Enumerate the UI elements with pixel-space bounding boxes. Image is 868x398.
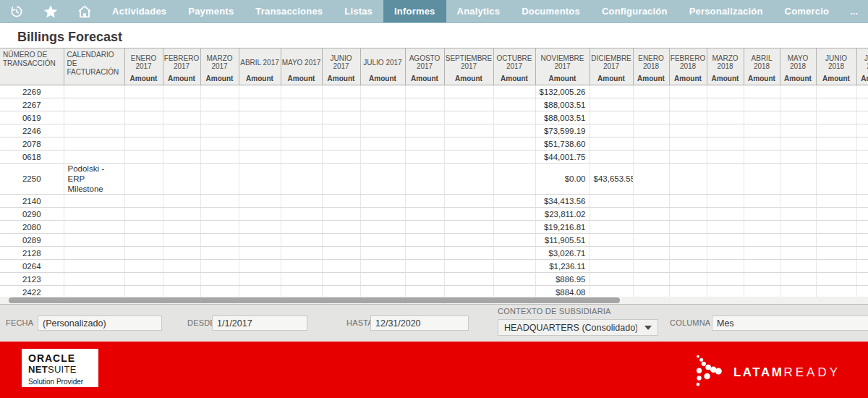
transaction-number-cell[interactable]: 2078 [0, 137, 64, 151]
billing-schedule-cell [64, 98, 124, 111]
amount-cell [780, 221, 816, 234]
amount-cell [493, 124, 535, 137]
nav-item-personalizacion[interactable]: Personalización [678, 0, 774, 22]
amount-cell [816, 260, 856, 273]
amount-cell [856, 137, 868, 151]
amount-cell [780, 164, 816, 195]
scrollbar-thumb[interactable] [9, 297, 620, 303]
amount-cell [124, 98, 163, 111]
amount-cell [405, 247, 444, 260]
transaction-number-cell[interactable]: 2080 [0, 221, 64, 234]
nav-item-actividades[interactable]: Actividades [101, 0, 177, 22]
amount-cell [493, 273, 535, 286]
amount-cell [633, 85, 669, 98]
amount-cell [200, 260, 239, 273]
nav-item-documentos[interactable]: Documentos [511, 0, 591, 22]
amount-cell [405, 137, 444, 151]
nav-item-transacciones[interactable]: Transacciones [244, 0, 333, 22]
amount-cell [707, 208, 744, 221]
transaction-number-cell[interactable]: 2250 [0, 164, 64, 195]
amount-cell [163, 221, 200, 234]
amount-cell [590, 137, 633, 151]
nav-item-configuracion[interactable]: Configuración [591, 0, 678, 22]
amount-cell [405, 151, 444, 164]
latamready-wordmark: LATAMREADY [733, 365, 841, 380]
transaction-number-cell[interactable]: 0619 [0, 111, 64, 124]
amount-cell [360, 247, 405, 260]
amount-cell [200, 124, 239, 137]
transaction-number-cell[interactable]: 0289 [0, 234, 64, 247]
amount-cell [633, 286, 669, 297]
amount-cell [200, 234, 239, 247]
transaction-number-cell[interactable]: 2267 [0, 98, 64, 111]
amount-cell [163, 137, 200, 151]
favorites-button[interactable] [34, 0, 68, 22]
amount-cell [707, 85, 744, 98]
amount-cell [669, 260, 707, 273]
amount-cell [239, 234, 281, 247]
columna-input[interactable] [712, 316, 868, 331]
amount-cell [856, 98, 868, 111]
transaction-number-cell[interactable]: 2140 [0, 195, 64, 208]
amount-cell [239, 111, 281, 124]
nav-item-listas[interactable]: Listas [333, 0, 383, 22]
transaction-number-cell[interactable]: 0618 [0, 151, 64, 164]
amount-cell [444, 98, 493, 111]
amount-cell [856, 164, 868, 195]
amount-cell [493, 208, 535, 221]
billing-schedule-cell [64, 137, 124, 151]
amount-cell [816, 164, 856, 195]
amount-cell [200, 208, 239, 221]
home-button[interactable] [67, 0, 101, 22]
amount-cell [281, 208, 322, 221]
nav-item-comercio[interactable]: Comercio [774, 0, 841, 22]
favorites-icon [43, 4, 59, 20]
app-window: ActividadesPaymentsTransaccionesListasIn… [0, 0, 868, 398]
amount-cell [856, 221, 868, 234]
amount-cell [124, 111, 163, 124]
nav-item-payments[interactable]: Payments [177, 0, 244, 22]
amount-cell [239, 260, 281, 273]
transaction-number-cell[interactable]: 2128 [0, 247, 64, 260]
nav-item-analytics[interactable]: Analytics [446, 0, 511, 22]
amount-cell [590, 195, 633, 208]
transaction-number-cell[interactable]: 2422 [0, 286, 64, 297]
amount-cell [707, 111, 744, 124]
amount-cell [405, 98, 444, 111]
hasta-input[interactable] [370, 316, 469, 331]
amount-cell [360, 208, 405, 221]
home-icon [77, 4, 93, 20]
amount-cell [816, 195, 856, 208]
column-header-julio-2018: JULIO 2018Amount [856, 48, 868, 85]
amount-cell [669, 137, 707, 151]
amount-cell [744, 195, 780, 208]
horizontal-scrollbar[interactable] [0, 297, 868, 304]
amount-cell [200, 195, 239, 208]
amount-cell [590, 221, 633, 234]
column-header-enero-2018: ENERO 2018Amount [633, 48, 669, 85]
transaction-number-cell[interactable]: 0264 [0, 260, 64, 273]
nav-overflow-button[interactable]: ... [840, 0, 868, 22]
transaction-number-cell[interactable]: 2123 [0, 273, 64, 286]
amount-cell [322, 124, 360, 137]
transaction-number-cell[interactable]: 0290 [0, 208, 64, 221]
amount-cell [744, 260, 780, 273]
nav-item-informes[interactable]: Informes [383, 0, 446, 22]
amount-cell [281, 151, 322, 164]
amount-cell [163, 195, 200, 208]
desde-input[interactable] [212, 316, 307, 331]
fecha-input[interactable] [38, 316, 162, 331]
amount-cell [590, 151, 633, 164]
amount-cell [360, 221, 405, 234]
amount-cell [239, 208, 281, 221]
amount-cell [780, 124, 816, 137]
transaction-number-cell[interactable]: 2269 [0, 85, 64, 98]
amount-cell [780, 273, 816, 286]
amount-cell [856, 85, 868, 98]
amount-cell [360, 111, 405, 124]
amount-cell [444, 286, 493, 297]
amount-cell [124, 234, 163, 247]
contexto-subsidiaria-select[interactable]: HEADQUARTERS (Consolidado) [498, 319, 658, 336]
transaction-number-cell[interactable]: 2246 [0, 124, 64, 137]
recent-records-button[interactable] [0, 0, 34, 22]
